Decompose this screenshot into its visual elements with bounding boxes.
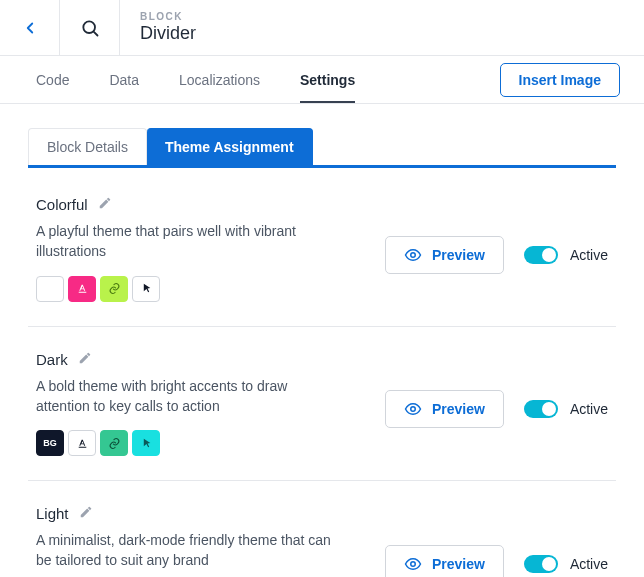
top-header: BLOCK Divider [0,0,644,56]
chevron-left-icon [21,19,39,37]
preview-button[interactable]: Preview [385,390,504,428]
search-icon [80,18,100,38]
theme-name: Dark [36,351,68,368]
svg-point-2 [411,253,416,258]
eye-icon [404,246,422,264]
cursor-icon [140,282,153,295]
theme-description: A minimalist, dark-mode friendly theme t… [36,530,336,571]
swatch-link[interactable] [100,430,128,456]
search-button[interactable] [60,0,120,55]
pencil-icon [78,351,92,365]
active-label: Active [570,247,608,263]
insert-image-button[interactable]: Insert Image [500,63,620,97]
subtab-bar: Block Details Theme Assignment [0,104,644,168]
pencil-icon [98,196,112,210]
swatch-bg[interactable] [36,276,64,302]
text-color-icon [76,282,89,295]
preview-label: Preview [432,247,485,263]
subtab-block-details[interactable]: Block Details [28,128,147,165]
pencil-icon [79,505,93,519]
tab-code[interactable]: Code [36,58,69,102]
eye-icon [404,400,422,418]
page-title: Divider [140,23,196,44]
edit-theme-button[interactable] [98,196,112,213]
active-label: Active [570,556,608,572]
preview-label: Preview [432,556,485,572]
swatch-cursor[interactable] [132,276,160,302]
link-icon [108,282,121,295]
preview-button[interactable]: Preview [385,545,504,577]
svg-line-1 [93,31,97,35]
theme-name: Light [36,505,69,522]
active-label: Active [570,401,608,417]
preview-label: Preview [432,401,485,417]
theme-name: Colorful [36,196,88,213]
main-tab-bar: Code Data Localizations Settings Insert … [0,56,644,104]
svg-point-4 [411,562,416,567]
swatch-bg[interactable]: BG [36,430,64,456]
theme-row: Colorful A playful theme that pairs well… [28,172,616,327]
swatch-link[interactable] [100,276,128,302]
swatch-row: BG [36,430,361,456]
preview-button[interactable]: Preview [385,236,504,274]
swatch-text[interactable] [68,430,96,456]
text-color-icon [76,437,89,450]
swatch-cursor[interactable] [132,430,160,456]
tab-settings[interactable]: Settings [300,58,355,102]
edit-theme-button[interactable] [78,351,92,368]
active-toggle[interactable] [524,555,558,573]
theme-row: Dark A bold theme with bright accents to… [28,327,616,482]
theme-description: A bold theme with bright accents to draw… [36,376,336,417]
theme-list: Colorful A playful theme that pairs well… [28,172,632,577]
theme-description: A playful theme that pairs well with vib… [36,221,336,262]
active-toggle[interactable] [524,246,558,264]
subtab-theme-assignment[interactable]: Theme Assignment [147,128,313,165]
page-eyebrow: BLOCK [140,11,196,22]
eye-icon [404,555,422,573]
page-title-block: BLOCK Divider [120,0,644,55]
tab-data[interactable]: Data [109,58,139,102]
active-toggle[interactable] [524,400,558,418]
swatch-row [36,276,361,302]
swatch-text[interactable] [68,276,96,302]
edit-theme-button[interactable] [79,505,93,522]
svg-point-3 [411,407,416,412]
back-button[interactable] [0,0,60,55]
cursor-icon [140,437,153,450]
tab-localizations[interactable]: Localizations [179,58,260,102]
link-icon [108,437,121,450]
theme-row: Light A minimalist, dark-mode friendly t… [28,481,616,577]
